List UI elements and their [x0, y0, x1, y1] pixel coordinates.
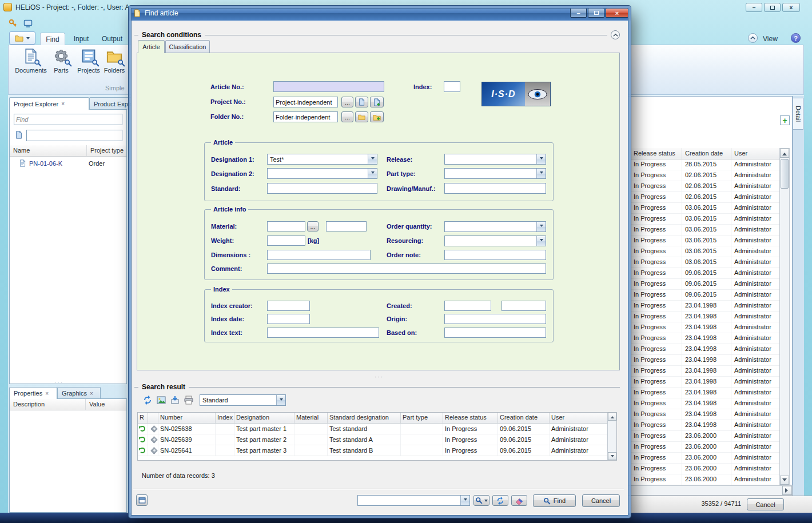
- table-row[interactable]: In Progress09.06.2015Administrator: [631, 279, 779, 290]
- column-header-value[interactable]: Value: [86, 399, 126, 410]
- based-on-input[interactable]: [444, 328, 546, 338]
- main-close-button[interactable]: ×: [782, 3, 800, 12]
- table-row[interactable]: In Progress23.06.2000Administrator: [631, 431, 779, 442]
- folder-browse-button[interactable]: ...: [341, 111, 353, 122]
- clear-button[interactable]: [511, 495, 527, 506]
- ribbon-item-documents[interactable]: Documents: [15, 48, 47, 74]
- chevron-down-icon[interactable]: [276, 395, 285, 405]
- column-header-release-status[interactable]: Release status: [631, 148, 682, 159]
- dialog-close-button[interactable]: ×: [606, 8, 628, 18]
- tab-article[interactable]: Article: [138, 40, 165, 53]
- release-combo[interactable]: [444, 154, 546, 165]
- order-note-input[interactable]: [444, 250, 546, 260]
- scroll-down-icon[interactable]: [780, 476, 789, 485]
- table-row[interactable]: In Progress23.04.1998Administrator: [631, 377, 779, 388]
- chevron-down-icon[interactable]: [368, 169, 377, 178]
- column-header[interactable]: Release status: [443, 413, 498, 423]
- project-new-button[interactable]: [370, 97, 384, 107]
- table-row[interactable]: In Progress23.06.2000Administrator: [631, 453, 779, 464]
- explorer-filter-input[interactable]: [26, 130, 122, 141]
- created-to-input[interactable]: [501, 301, 546, 311]
- table-row[interactable]: In Progress23.04.1998Administrator: [631, 420, 779, 431]
- table-row[interactable]: In Progress09.06.2015Administrator: [631, 290, 779, 301]
- export-results-icon[interactable]: [169, 394, 181, 406]
- column-header-description[interactable]: Description: [10, 399, 86, 410]
- table-row[interactable]: In Progress02.06.2015Administrator: [631, 192, 779, 203]
- table-row[interactable]: In Progress23.04.1998Administrator: [631, 355, 779, 366]
- table-row[interactable]: In Progress23.06.2000Administrator: [631, 464, 779, 474]
- result-row[interactable]: SN-025639Test part master 2Test standard…: [138, 434, 616, 445]
- help-icon[interactable]: ?: [791, 33, 801, 43]
- scroll-right-icon[interactable]: [782, 486, 792, 495]
- view-menu[interactable]: View: [763, 35, 778, 43]
- dialog-maximize-button[interactable]: [588, 8, 604, 18]
- origin-input[interactable]: [444, 314, 546, 324]
- chevron-down-icon[interactable]: [536, 154, 546, 164]
- tab-graphics[interactable]: Graphics×: [57, 387, 101, 399]
- result-row[interactable]: SN-025641Test part master 3Test standard…: [138, 445, 616, 456]
- drawing-manuf-input[interactable]: [444, 183, 546, 194]
- refresh-results-icon[interactable]: [141, 394, 154, 406]
- order-quantity-combo[interactable]: [444, 221, 546, 232]
- ribbon-tab-input[interactable]: Input: [67, 33, 95, 45]
- chevron-down-icon[interactable]: [536, 236, 546, 246]
- project-no-input[interactable]: [273, 97, 338, 107]
- dimensions-input[interactable]: [267, 250, 371, 260]
- main-minimize-button[interactable]: –: [746, 3, 762, 12]
- result-view-combo[interactable]: Standard: [200, 394, 286, 406]
- column-header[interactable]: R: [138, 413, 148, 423]
- scroll-up-icon[interactable]: [780, 149, 789, 158]
- find-button[interactable]: Find: [533, 494, 576, 507]
- ribbon-collapse-icon[interactable]: [748, 33, 758, 43]
- cancel-button[interactable]: Cancel: [582, 494, 620, 507]
- part-type-combo[interactable]: [444, 168, 546, 179]
- monitor-icon[interactable]: [23, 18, 33, 29]
- tab-project-explorer[interactable]: Project Explorer×: [9, 97, 89, 110]
- table-row[interactable]: In Progress23.06.2000Administrator: [631, 474, 779, 485]
- table-row[interactable]: In Progress23.04.1998Administrator: [631, 344, 779, 355]
- column-header-name[interactable]: Name: [10, 145, 87, 156]
- result-scrollbar[interactable]: [607, 413, 616, 460]
- section-splitter[interactable]: ···: [366, 374, 392, 380]
- folder-new-button[interactable]: [370, 111, 384, 122]
- explorer-find-input[interactable]: [14, 114, 122, 125]
- column-header[interactable]: Designation: [234, 413, 294, 423]
- table-row[interactable]: In Progress03.06.2015Administrator: [631, 246, 779, 257]
- dialog-minimize-button[interactable]: –: [570, 8, 587, 18]
- table-row[interactable]: In Progress03.06.2015Administrator: [631, 225, 779, 235]
- folder-no-input[interactable]: [273, 111, 338, 122]
- refresh-button[interactable]: [492, 495, 508, 506]
- column-header-creation-date[interactable]: Creation date: [682, 148, 731, 159]
- table-row[interactable]: In Progress23.04.1998Administrator: [631, 312, 779, 322]
- material2-input[interactable]: [326, 221, 367, 231]
- table-row[interactable]: In Progress02.06.2015Administrator: [631, 181, 779, 192]
- comment-input[interactable]: [267, 264, 546, 274]
- column-header[interactable]: Standard designation: [328, 413, 401, 423]
- scroll-up-icon[interactable]: [608, 413, 616, 421]
- tab-classification[interactable]: Classification: [165, 40, 210, 53]
- table-row[interactable]: In Progress23.04.1998Administrator: [631, 366, 779, 377]
- folder-open-button[interactable]: [355, 111, 368, 122]
- scrollbar-thumb[interactable]: [781, 159, 789, 189]
- index-input[interactable]: [444, 81, 460, 92]
- horizontal-scrollbar[interactable]: [628, 485, 793, 496]
- table-row[interactable]: In Progress03.06.2015Administrator: [631, 203, 779, 214]
- project-document-button[interactable]: [355, 97, 368, 107]
- material-browse-button[interactable]: ...: [307, 221, 319, 231]
- chevron-down-icon[interactable]: [460, 496, 469, 505]
- table-row[interactable]: In Progress02.06.2015Administrator: [631, 170, 779, 181]
- app-menu-button[interactable]: [9, 31, 35, 45]
- search-options-button[interactable]: [473, 495, 489, 506]
- column-header-user[interactable]: User: [731, 148, 779, 159]
- explorer-row[interactable]: PN-01-06-K Order: [10, 158, 126, 169]
- weight-input[interactable]: [267, 235, 305, 246]
- designation2-combo[interactable]: [267, 168, 377, 179]
- table-row[interactable]: In Progress03.06.2015Administrator: [631, 257, 779, 268]
- close-icon[interactable]: ×: [90, 390, 93, 397]
- detail-window-button[interactable]: [136, 494, 148, 506]
- table-row[interactable]: In Progress28.05.2015Administrator: [631, 159, 779, 170]
- result-row[interactable]: SN-025638Test part master 1Test standard…: [138, 424, 616, 434]
- column-header[interactable]: Material: [294, 413, 328, 423]
- column-header[interactable]: Number: [158, 413, 216, 423]
- document-filter-icon[interactable]: [14, 130, 23, 139]
